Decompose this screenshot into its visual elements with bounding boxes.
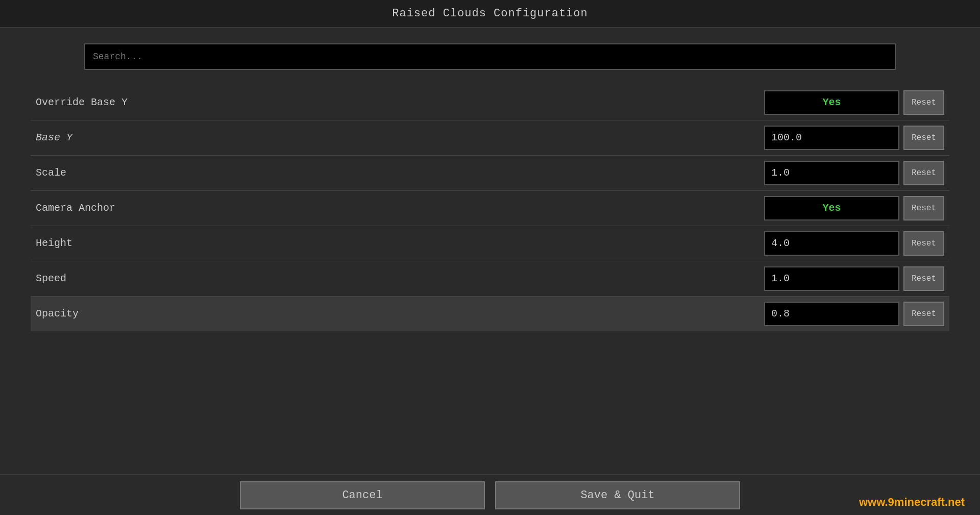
controls-speed: Reset [764, 266, 944, 291]
config-row-camera-anchor: Camera AnchorReset [31, 191, 949, 226]
value-field-camera-anchor[interactable] [764, 196, 899, 220]
value-field-height[interactable] [764, 231, 899, 256]
label-override-base-y: Override Base Y [36, 96, 764, 108]
controls-base-y: Reset [764, 126, 944, 150]
label-scale: Scale [36, 167, 764, 179]
config-row-base-y: Base YReset [31, 120, 949, 155]
reset-button-override-base-y[interactable]: Reset [903, 90, 944, 115]
controls-height: Reset [764, 231, 944, 256]
controls-scale: Reset [764, 161, 944, 185]
controls-camera-anchor: Reset [764, 196, 944, 220]
main-content: Override Base YResetBase YResetScaleRese… [0, 28, 980, 347]
config-rows: Override Base YResetBase YResetScaleRese… [31, 85, 949, 331]
value-field-scale[interactable] [764, 161, 899, 185]
config-row-speed: SpeedReset [31, 261, 949, 296]
bottom-bar: Cancel Save & Quit www.9minecraft.net [0, 474, 980, 515]
save-quit-button[interactable]: Save & Quit [495, 481, 740, 509]
page-title: Raised Clouds Configuration [392, 7, 587, 20]
value-field-speed[interactable] [764, 266, 899, 291]
cancel-button[interactable]: Cancel [240, 481, 485, 509]
label-camera-anchor: Camera Anchor [36, 202, 764, 214]
reset-button-speed[interactable]: Reset [903, 266, 944, 291]
reset-button-scale[interactable]: Reset [903, 161, 944, 185]
reset-button-height[interactable]: Reset [903, 231, 944, 256]
config-row-scale: ScaleReset [31, 156, 949, 190]
search-container [31, 43, 949, 70]
label-height: Height [36, 237, 764, 249]
value-field-opacity[interactable] [764, 302, 899, 326]
watermark: www.9minecraft.net [859, 496, 965, 509]
config-row-opacity: OpacityReset [31, 297, 949, 331]
config-row-height: HeightReset [31, 226, 949, 261]
config-row-override-base-y: Override Base YReset [31, 85, 949, 120]
value-field-override-base-y[interactable] [764, 90, 899, 115]
reset-button-base-y[interactable]: Reset [903, 126, 944, 150]
controls-override-base-y: Reset [764, 90, 944, 115]
reset-button-camera-anchor[interactable]: Reset [903, 196, 944, 220]
label-opacity: Opacity [36, 308, 764, 320]
label-base-y: Base Y [36, 132, 764, 143]
title-bar: Raised Clouds Configuration [0, 0, 980, 28]
search-input[interactable] [84, 43, 896, 70]
label-speed: Speed [36, 273, 764, 284]
value-field-base-y[interactable] [764, 126, 899, 150]
reset-button-opacity[interactable]: Reset [903, 302, 944, 326]
controls-opacity: Reset [764, 302, 944, 326]
